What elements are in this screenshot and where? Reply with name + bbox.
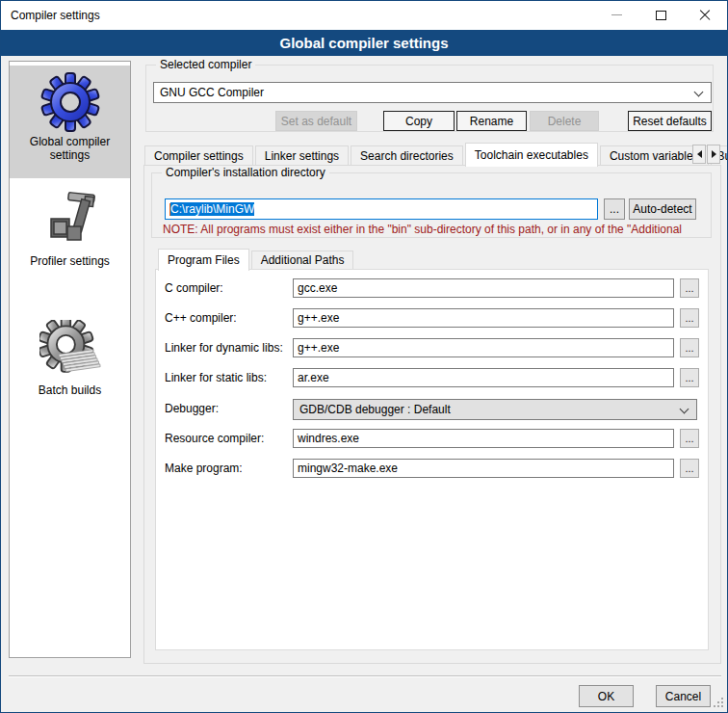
tab-scroll-right-button[interactable] [707,145,720,164]
inner-tabstrip: Program Files Additional Paths [158,248,355,270]
set-as-default-button[interactable]: Set as default [275,111,357,131]
install-dir-input[interactable]: C:\raylib\MinGW [165,198,598,220]
sidebar-item-label: Global compiler settings [16,135,124,162]
install-dir-browse-button[interactable]: ... [604,198,625,220]
cpp-compiler-input[interactable]: g++.exe [293,308,674,328]
debugger-select[interactable]: GDB/CDB debugger : Default [293,399,697,420]
delete-button[interactable]: Delete [530,111,599,131]
ok-button[interactable]: OK [579,685,634,707]
install-dir-value: C:\raylib\MinGW [170,202,254,216]
maximize-icon [656,11,666,20]
field-label: C compiler: [165,281,223,295]
chevron-down-icon [680,405,689,414]
tab-compiler-settings[interactable]: Compiler settings [144,145,253,166]
group-label: Selected compiler [156,58,255,71]
tab-additional-paths[interactable]: Additional Paths [251,251,354,270]
dialog-header: Global compiler settings [1,30,727,56]
reset-defaults-button[interactable]: Reset defaults [628,111,712,131]
tab-search-directories[interactable]: Search directories [351,145,463,166]
page-title: Global compiler settings [279,35,448,51]
main-tabstrip: Compiler settings Linker settings Search… [144,142,728,166]
triangle-left-icon [697,150,702,158]
rename-button[interactable]: Rename [456,111,527,131]
browse-button[interactable]: ... [680,308,699,328]
tab-toolchain-executables[interactable]: Toolchain executables [465,143,598,167]
browse-button[interactable]: ... [680,278,699,298]
make-program-input[interactable]: mingw32-make.exe [293,459,674,478]
field-label: Debugger: [165,402,219,415]
profiler-caliper-icon [39,191,101,252]
sidebar-item-label: Profiler settings [16,254,124,268]
footer-divider [9,675,721,677]
resize-grip-icon[interactable] [713,698,723,708]
tab-scroll-left-button[interactable] [692,145,706,164]
sidebar-item-global-compiler-settings[interactable]: Global compiler settings [10,66,130,178]
minimize-icon [611,14,622,15]
browse-button[interactable]: ... [680,429,699,448]
chevron-down-icon [694,88,704,97]
selected-compiler-value: GNU GCC Compiler [160,86,264,99]
browse-button[interactable]: ... [680,459,699,478]
close-button[interactable] [683,1,727,29]
sidebar-item-batch-builds[interactable]: Batch builds [10,314,130,410]
close-icon [698,9,712,22]
bin-note-text: NOTE: All programs must exist either in … [163,223,704,236]
copy-button[interactable]: Copy [383,111,455,131]
browse-button[interactable]: ... [680,368,699,387]
compiler-settings-dialog: Compiler settings Global compiler settin… [0,0,728,713]
field-label: Linker for static libs: [165,371,267,384]
field-label: Make program: [165,462,243,475]
window-title: Compiler settings [11,9,100,22]
browse-button[interactable]: ... [680,338,699,357]
settings-sidebar: Global compiler settings Profiler settin… [9,61,131,658]
tab-linker-settings[interactable]: Linker settings [255,145,349,166]
field-label: Linker for dynamic libs: [165,341,283,355]
auto-detect-button[interactable]: Auto-detect [629,198,696,220]
static-linker-input[interactable]: ar.exe [293,368,674,387]
blue-gear-icon [39,71,101,133]
c-compiler-input[interactable]: gcc.exe [293,278,674,298]
minimize-button[interactable] [594,1,638,29]
sidebar-item-label: Batch builds [16,383,124,397]
sidebar-item-profiler-settings[interactable]: Profiler settings [10,185,130,281]
debugger-value: GDB/CDB debugger : Default [299,403,451,416]
cancel-button[interactable]: Cancel [656,685,711,707]
window-controls [594,1,727,29]
field-label: Resource compiler: [165,432,264,445]
maximize-button[interactable] [638,1,683,29]
field-label: C++ compiler: [165,311,237,325]
resource-compiler-input[interactable]: windres.exe [293,429,674,448]
tab-program-files[interactable]: Program Files [158,249,249,271]
selected-compiler-select[interactable]: GNU GCC Compiler [153,82,712,103]
triangle-right-icon [712,150,716,158]
dynamic-linker-input[interactable]: g++.exe [293,338,674,357]
titlebar[interactable]: Compiler settings [1,1,727,30]
batch-builds-icon [39,320,101,382]
group-label: Compiler's installation directory [162,166,329,179]
